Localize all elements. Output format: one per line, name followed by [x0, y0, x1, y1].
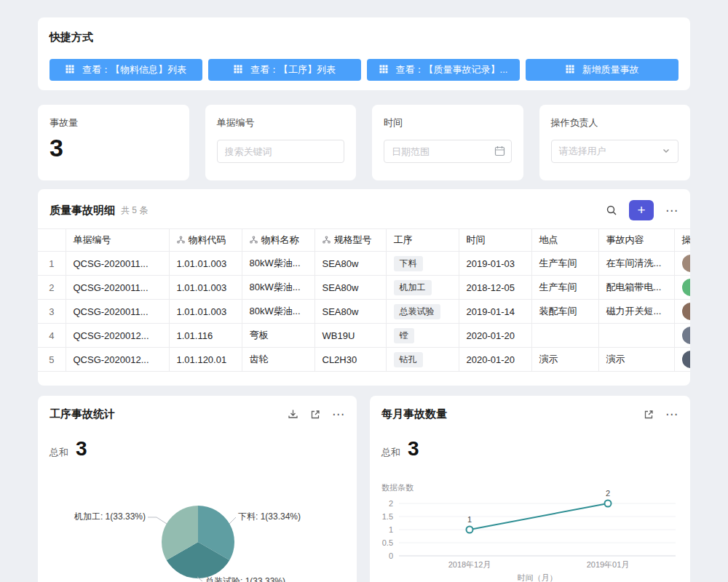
cell-operator	[674, 324, 690, 348]
incident-count-card: 事故量 3	[38, 105, 189, 180]
table-row[interactable]: 4 QCSG-2020012... 1.01.116 弯板 WB19U 镗 20…	[38, 324, 690, 348]
cell-time: 2020-01-20	[459, 324, 531, 348]
cell-operator	[674, 348, 690, 372]
row-number: 1	[38, 252, 66, 276]
col-process: 工序	[386, 229, 459, 252]
process-tag: 总装试验	[394, 304, 440, 319]
cell-material-name: 80kW柴油...	[242, 252, 314, 276]
cell-content: 配电箱带电...	[598, 276, 674, 300]
doc-no-filter-label: 单据编号	[217, 116, 345, 129]
lookup-field-icon	[177, 235, 185, 246]
avatar	[682, 327, 691, 344]
incident-table: 单据编号 物料代码 物料名称 规格型号 工序 时间 地点 事故内容 操 1 QC	[38, 228, 690, 372]
cell-doc-no: QCSG-2020012...	[66, 348, 169, 372]
incident-count-value: 3	[50, 135, 178, 160]
cell-spec: SEA80w	[314, 300, 386, 324]
table-row[interactable]: 2 QCSG-2020011... 1.01.01.003 80kW柴油... …	[38, 276, 690, 300]
shortcuts-button-row: 查看：【物料信息】列表 查看：【工序】列表 查看：【质量事故记录】... 新增质…	[50, 59, 678, 81]
calendar-icon[interactable]	[494, 146, 505, 156]
line-total-value: 3	[408, 437, 419, 461]
process-tag: 镗	[394, 328, 414, 343]
cell-content	[598, 324, 674, 348]
cell-place: 装配车间	[531, 300, 598, 324]
data-point[interactable]	[467, 527, 473, 533]
filter-row: 事故量 3 单据编号 时间 操作负责人 请选择用户	[38, 105, 690, 180]
cell-process: 机加工	[386, 276, 459, 300]
table-row[interactable]: 3 QCSG-2020011... 1.01.01.003 80kW柴油... …	[38, 300, 690, 324]
pie-chart: 机加工: 1(33.33%) 下料: 1(33.34%) 总装试验: 1(33.…	[38, 461, 357, 582]
view-process-list-button[interactable]: 查看：【工序】列表	[208, 59, 361, 81]
view-material-list-button[interactable]: 查看：【物料信息】列表	[50, 59, 202, 81]
date-range-input[interactable]	[384, 140, 512, 163]
col-index	[38, 229, 66, 252]
cell-material-code: 1.01.01.003	[169, 300, 242, 324]
open-in-new-icon[interactable]	[644, 410, 654, 420]
cell-operator	[674, 252, 690, 276]
y-tick-label: 2	[389, 499, 393, 508]
more-icon[interactable]: ⋯	[665, 408, 678, 420]
y-tick-label: 1.5	[382, 512, 393, 521]
table-count: 共 5 条	[121, 204, 148, 217]
table-row[interactable]: 1 QCSG-2020011... 1.01.01.003 80kW柴油... …	[38, 252, 690, 276]
doc-no-search-input[interactable]	[217, 140, 345, 163]
shortcuts-title: 快捷方式	[50, 31, 678, 44]
data-point[interactable]	[605, 501, 612, 507]
process-tag: 机加工	[394, 280, 432, 295]
shortcuts-card: 快捷方式 查看：【物料信息】列表 查看：【工序】列表 查看：【质量事故记录】..…	[38, 17, 690, 90]
table-title: 质量事故明细	[50, 204, 115, 218]
pie-card-title: 工序事故统计	[50, 407, 115, 421]
cell-material-name: 80kW柴油...	[242, 300, 314, 324]
cell-process: 下料	[386, 252, 459, 276]
y-tick-label: 1	[389, 525, 393, 534]
add-record-button[interactable]: +	[629, 200, 654, 220]
cell-process: 总装试验	[386, 300, 459, 324]
cell-process: 镗	[386, 324, 459, 348]
button-label: 新增质量事故	[582, 63, 639, 76]
open-in-new-icon[interactable]	[310, 410, 320, 420]
grid-icon	[66, 65, 74, 76]
cell-material-name: 齿轮	[242, 348, 314, 372]
cell-place: 生产车间	[531, 252, 598, 276]
avatar	[682, 303, 691, 320]
y-tick-label: 0.5	[382, 538, 393, 547]
pie-total-value: 3	[76, 437, 87, 461]
pie-total-label: 总和	[50, 446, 68, 459]
cell-spec: WB19U	[314, 324, 386, 348]
more-icon[interactable]: ⋯	[332, 408, 345, 420]
x-axis-name: 时间（月）	[518, 573, 558, 582]
view-incident-records-button[interactable]: 查看：【质量事故记录】...	[367, 59, 520, 81]
process-tag: 钻孔	[394, 352, 423, 367]
cell-material-name: 80kW柴油...	[242, 276, 314, 300]
button-label: 查看：【物料信息】列表	[82, 63, 186, 76]
cell-time: 2019-01-14	[459, 300, 531, 324]
cell-time: 2018-12-05	[459, 276, 531, 300]
doc-no-filter-card: 单据编号	[205, 105, 357, 180]
incident-detail-card: 质量事故明细 共 5 条 + ⋯ 单据编号 物料代码 物料	[38, 189, 690, 386]
export-icon[interactable]	[288, 409, 298, 420]
button-label: 查看：【质量事故记录】...	[396, 63, 508, 76]
table-row[interactable]: 5 QCSG-2020012... 1.01.120.01 齿轮 CL2H30 …	[38, 348, 690, 372]
user-select-placeholder: 请选择用户	[559, 145, 606, 158]
col-place: 地点	[531, 229, 598, 252]
cell-operator	[674, 300, 690, 324]
point-value-label: 1	[467, 515, 472, 524]
table-scroll-area[interactable]: 单据编号 物料代码 物料名称 规格型号 工序 时间 地点 事故内容 操 1 QC	[38, 228, 690, 372]
row-number: 5	[38, 348, 66, 372]
col-material-name: 物料名称	[242, 229, 314, 252]
cell-material-code: 1.01.01.003	[169, 276, 242, 300]
button-label: 查看：【工序】列表	[250, 63, 336, 76]
lookup-field-icon	[250, 235, 258, 246]
cell-material-code: 1.01.01.003	[169, 252, 242, 276]
cell-content: 演示	[598, 348, 674, 372]
pie-label-left: 机加工: 1(33.33%)	[74, 511, 146, 522]
more-icon[interactable]: ⋯	[665, 204, 678, 217]
col-doc-no: 单据编号	[66, 229, 169, 252]
search-icon[interactable]	[606, 204, 617, 216]
cell-operator	[674, 276, 690, 300]
y-tick-label: 0	[389, 551, 393, 560]
cell-spec: CL2H30	[314, 348, 386, 372]
user-select[interactable]: 请选择用户	[551, 140, 679, 163]
cell-time: 2019-01-03	[459, 252, 531, 276]
add-incident-button[interactable]: 新增质量事故	[526, 59, 678, 81]
line-card-title: 每月事故数量	[381, 407, 447, 421]
